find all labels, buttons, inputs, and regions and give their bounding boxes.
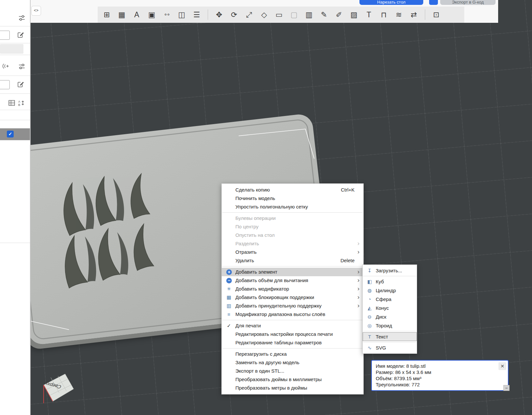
edit-process-icon[interactable] [17,81,24,88]
layers-list-icon[interactable]: ☰ [191,9,202,21]
submenu-item-sphere[interactable]: ◔ Сфера [363,295,417,304]
menu-item-printable[interactable]: ✓ Для печати [222,322,363,330]
cut-tool-icon[interactable]: ▭ [274,9,284,21]
add-shape-gallery-icon[interactable]: ▣ [147,9,157,21]
menu-item-edit-parameter-table[interactable]: Редактирование таблицы параметров [222,338,363,347]
menu-label: Перезагрузить с диска [235,351,287,357]
mesh-boolean-tool-icon[interactable]: ▢ [289,9,299,21]
fuzzy-skin-tool-icon[interactable]: ≋ [394,9,404,21]
split-to-objects-icon[interactable]: ∘∘ [161,9,172,21]
menu-item-mirror[interactable]: Отразить › [222,248,363,256]
collapse-panel-button[interactable]: − [503,385,510,391]
slice-plate-button[interactable]: Нарезать стол [359,0,423,5]
submenu-item-disc[interactable]: ⊖ Диск [363,312,417,321]
print-settings-icon[interactable] [18,63,25,70]
submenu-item-torus[interactable]: ◎ Тороид [363,321,417,330]
menu-label: Модификатор диапазона высоты слоёв [235,311,325,317]
menu-label: Добавить объём для вычитания [235,278,308,283]
menu-item-edit-process-settings[interactable]: Редактировать настройки процесса печати [222,330,363,338]
menu-item-replace-with-model[interactable]: Заменить на другую модель [222,358,363,367]
torus-icon: ◎ [366,321,373,330]
text-tool-icon[interactable]: T [364,9,374,21]
object-context-menu: Сделать копию Ctrl+K Починить модель Упр… [221,183,364,394]
menu-item-add-part[interactable]: + Добавить элемент › [222,268,363,276]
submenu-item-text[interactable]: T Текст [363,332,417,341]
seam-paint-tool-icon[interactable]: ✐ [334,9,344,21]
edit-preset-icon[interactable] [17,31,24,38]
menu-item-add-modifier[interactable]: ✳ Добавить модификатор › [222,285,363,293]
sidebar-collapse-button[interactable]: <> [31,6,41,16]
menu-label: Булевы операции [235,215,276,221]
scale-tool-icon[interactable]: ⤢ [244,9,254,21]
menu-item-add-support-enforcer[interactable]: ▥ Добавить принудительную поддержку › [222,302,363,310]
menu-item-fix-model[interactable]: Починить модель [222,194,363,203]
menu-separator [222,212,363,213]
cube-icon: ◧ [366,277,373,286]
menu-label: Редактировать настройки процесса печати [235,331,333,337]
add-instance-icon[interactable] [2,63,9,70]
menu-item-export-single-stl[interactable]: Экспорт в один STL... [222,367,363,375]
menu-separator [363,342,416,342]
submenu-label: Диск [376,314,386,320]
filament-settings-icon[interactable] [18,14,25,21]
variable-layer-height-icon[interactable]: ▥ [304,9,314,21]
object-list-row[interactable] [0,128,30,140]
add-cube-icon[interactable]: ⊞ [102,9,112,21]
menu-item-height-range-modifier[interactable]: ≡ Модификатор диапазона высоты слоёв [222,310,363,319]
object-visibility-checkbox[interactable]: ✓ [7,131,14,137]
menu-item-simplify-mesh[interactable]: Упростить полигональную сетку [222,203,363,211]
move-tool-icon[interactable]: ✥ [214,9,224,21]
place-on-face-tool-icon[interactable]: ◇ [259,9,269,21]
disc-icon: ⊖ [366,312,373,321]
model-info-panel: Имя модели: 8 tulip.stl Размер: 86 x 54 … [371,360,509,391]
support-enforcer-icon: ▥ [226,303,232,309]
chevron-right-icon: › [357,284,359,293]
add-grid-array-icon[interactable]: ▦ [117,9,127,21]
slice-options-button[interactable] [429,0,438,5]
plus-circle-icon: + [226,269,232,275]
sort-objects-icon[interactable]: A B [18,99,25,107]
support-paint-tool-icon[interactable]: ✎ [319,9,329,21]
smart-fill-tool-icon[interactable]: ▨ [349,9,359,21]
close-icon[interactable]: ✕ [498,362,506,370]
submenu-item-svg[interactable]: ∿ SVG [363,343,417,352]
toolbar-separator [425,9,425,20]
menu-label: Разделить [235,241,259,246]
submenu-item-load[interactable]: ↧ Загрузить... [363,266,417,275]
svg-curve-icon: ∿ [366,343,373,352]
menu-item-split: Разделить › [222,239,363,248]
menu-label: Добавить элемент [235,269,277,275]
submenu-item-cylinder[interactable]: ◍ Цилиндр [363,286,417,295]
menu-shortcut: Delete [341,256,355,265]
cone-icon: ◭ [366,304,373,312]
menu-item-delete[interactable]: Удалить Delete [222,256,363,265]
tulip-relief [54,167,193,302]
submenu-item-cube[interactable]: ◧ Куб [363,277,417,286]
arrange-tool-icon[interactable]: ⇄ [409,9,419,21]
object-table-icon[interactable] [8,99,15,107]
submenu-label: Сфера [376,296,391,302]
add-part-submenu: ↧ Загрузить... ◧ Куб ◍ Цилиндр ◔ Сфера ◭… [362,265,417,354]
orientation-gizmo[interactable]: Сверху [39,371,78,404]
menu-item-convert-meters-to-inches[interactable]: Преобразовать метры в дюймы [222,384,363,392]
export-gcode-button[interactable]: Экспорт в G-код [440,0,496,5]
assembly-view-icon[interactable]: ⊡ [431,9,441,21]
preset-input[interactable] [0,31,10,40]
submenu-label: Загрузить... [376,268,402,273]
svg-tool-icon[interactable]: ⊓ [379,9,389,21]
rotate-tool-icon[interactable]: ⟳ [229,9,239,21]
menu-item-add-negative-volume[interactable]: − Добавить объём для вычитания › [222,276,363,285]
sidebar-divider [0,43,30,43]
preset-dropdown[interactable] [0,44,23,54]
process-input[interactable] [0,80,10,89]
menu-label: По центру [235,224,259,229]
menu-item-convert-inches-to-mm[interactable]: Преобразовать дюймы в миллиметры [222,375,363,384]
menu-item-add-support-blocker[interactable]: ▦ Добавить блокировщик поддержки › [222,293,363,302]
add-text-icon[interactable]: A [132,9,142,21]
menu-item-make-copy[interactable]: Сделать копию Ctrl+K [222,186,363,194]
submenu-item-cone[interactable]: ◭ Конус [363,304,417,312]
menu-separator [222,266,363,266]
split-to-parts-icon[interactable]: ◫ [176,9,187,21]
svg-text:B: B [18,103,20,107]
menu-item-reload-from-disk[interactable]: Перезагрузить с диска [222,350,363,358]
